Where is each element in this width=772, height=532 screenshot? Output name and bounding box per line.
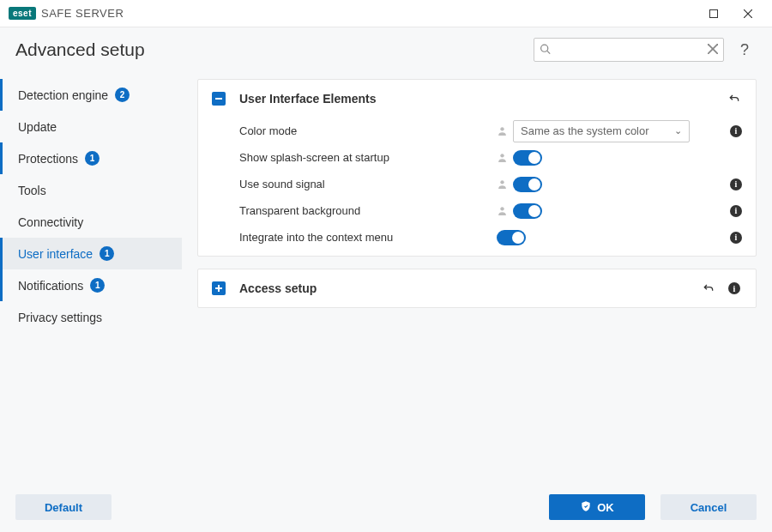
setting-label: Integrate into the context menu — [239, 231, 497, 244]
footer: Default OK Cancel — [0, 486, 772, 532]
undo-icon[interactable] — [701, 281, 716, 296]
toggle[interactable] — [513, 177, 542, 192]
info-icon[interactable] — [730, 177, 742, 192]
setting-label: Show splash-screen at startup — [239, 151, 497, 164]
setting-tail — [721, 230, 742, 245]
sidebar-item-user-interface[interactable]: User interface1 — [0, 238, 182, 269]
svg-point-7 — [500, 127, 504, 130]
window-close-button[interactable] — [731, 0, 765, 27]
shield-icon — [580, 500, 592, 515]
svg-point-3 — [541, 45, 548, 51]
page-title: Advanced setup — [15, 39, 145, 60]
setting-row: Show splash-screen at startup — [239, 144, 742, 171]
setting-tail — [721, 124, 742, 139]
titlebar: eset SAFE SERVER — [0, 0, 772, 27]
sidebar-badge: 1 — [90, 278, 105, 293]
search-icon — [540, 44, 551, 57]
brand-badge: eset — [9, 7, 36, 20]
toggle-knob — [528, 178, 540, 190]
header: Advanced setup ? — [0, 27, 772, 72]
panel-title: User Interface Elements — [239, 92, 377, 106]
sidebar-item-connectivity[interactable]: Connectivity — [0, 206, 182, 238]
user-icon — [497, 178, 508, 190]
search-input[interactable] — [534, 38, 724, 62]
setting-label: Use sound signal — [239, 178, 497, 190]
collapse-icon[interactable] — [212, 92, 226, 106]
toggle[interactable] — [513, 203, 542, 219]
setting-label: Transparent background — [239, 204, 497, 217]
sidebar-item-label: Protections — [18, 152, 78, 166]
help-icon[interactable]: ? — [733, 38, 757, 62]
toggle-knob — [528, 152, 540, 164]
sidebar-item-label: Tools — [18, 184, 46, 197]
main-content: User Interface Elements Color modeSame a… — [182, 72, 772, 486]
setting-label: Color mode — [239, 124, 497, 137]
sidebar-item-notifications[interactable]: Notifications1 — [0, 269, 182, 301]
setting-tail — [721, 203, 742, 219]
panel-access-setup: Access setup — [197, 269, 757, 308]
setting-control — [497, 177, 721, 192]
cancel-button[interactable]: Cancel — [660, 494, 757, 520]
sidebar-item-label: User interface — [18, 247, 93, 261]
setting-control: Same as the system color⌄ — [497, 120, 721, 142]
brand-product: SAFE SERVER — [41, 7, 124, 20]
info-icon[interactable] — [730, 230, 742, 245]
select-value: Same as the system color — [521, 124, 649, 137]
setting-control — [497, 230, 721, 245]
search-clear-icon[interactable] — [708, 44, 718, 56]
sidebar-item-label: Privacy settings — [18, 311, 102, 324]
undo-icon[interactable] — [727, 91, 742, 106]
setting-control — [497, 203, 721, 219]
toggle[interactable] — [497, 230, 526, 245]
svg-point-8 — [500, 154, 504, 157]
sidebar-item-update[interactable]: Update — [0, 111, 182, 142]
sidebar-item-label: Update — [18, 120, 57, 134]
setting-row: Transparent background — [239, 197, 742, 224]
color-mode-select[interactable]: Same as the system color⌄ — [513, 120, 690, 142]
svg-line-4 — [547, 51, 550, 53]
sidebar-item-protections[interactable]: Protections1 — [0, 142, 182, 174]
ok-label: OK — [597, 501, 614, 514]
sidebar-item-detection-engine[interactable]: Detection engine2 — [0, 79, 182, 111]
svg-rect-0 — [710, 9, 718, 17]
chevron-down-icon: ⌄ — [674, 125, 682, 136]
setting-row: Use sound signal — [239, 171, 742, 197]
user-icon — [497, 205, 508, 216]
panel-header-ui-elements[interactable]: User Interface Elements — [198, 80, 756, 118]
sidebar-item-label: Detection engine — [18, 88, 108, 102]
body: Detection engine2UpdateProtections1Tools… — [0, 72, 772, 486]
toggle-knob — [512, 232, 524, 244]
sidebar-badge: 2 — [115, 88, 130, 102]
svg-point-10 — [500, 207, 504, 210]
expand-icon[interactable] — [212, 281, 226, 295]
sidebar-item-privacy-settings[interactable]: Privacy settings — [0, 301, 182, 333]
toggle[interactable] — [513, 150, 542, 166]
sidebar-item-tools[interactable]: Tools — [0, 174, 182, 206]
window-maximize-button[interactable] — [697, 0, 731, 27]
sidebar-item-label: Connectivity — [18, 215, 83, 229]
info-icon[interactable] — [730, 124, 742, 139]
info-icon[interactable] — [727, 281, 742, 296]
panel-body-ui-elements: Color modeSame as the system color⌄Show … — [198, 118, 756, 256]
search-container — [534, 38, 724, 62]
sidebar-badge: 1 — [100, 246, 114, 261]
panel-ui-elements: User Interface Elements Color modeSame a… — [197, 79, 757, 257]
setting-control — [497, 150, 721, 166]
panel-title: Access setup — [239, 281, 317, 295]
brand: eset SAFE SERVER — [9, 7, 124, 20]
user-icon — [497, 152, 508, 163]
svg-point-9 — [500, 180, 504, 184]
sidebar: Detection engine2UpdateProtections1Tools… — [0, 72, 182, 486]
user-icon — [497, 125, 508, 136]
ok-button[interactable]: OK — [549, 494, 645, 520]
sidebar-badge: 1 — [85, 151, 100, 166]
setting-tail — [721, 177, 742, 192]
toggle-knob — [528, 205, 540, 217]
info-icon[interactable] — [730, 203, 742, 219]
setting-row: Color modeSame as the system color⌄ — [239, 118, 742, 144]
default-button[interactable]: Default — [15, 494, 112, 520]
setting-row: Integrate into the context menu — [239, 224, 742, 251]
sidebar-item-label: Notifications — [18, 279, 83, 293]
panel-header-access-setup[interactable]: Access setup — [198, 269, 756, 307]
